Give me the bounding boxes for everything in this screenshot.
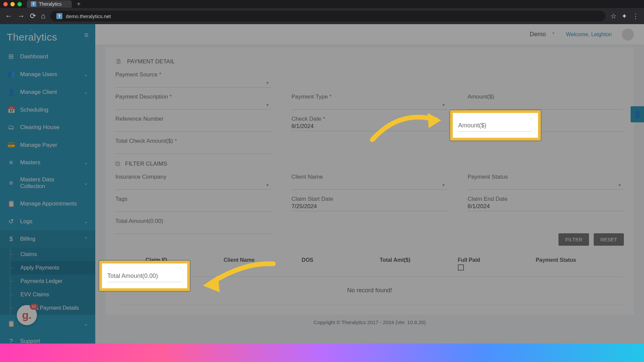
maximize-window-icon[interactable]: [17, 2, 22, 6]
sidebar-item[interactable]: ≡Masters⌄: [0, 154, 95, 171]
sidebar-item[interactable]: 📋Manage Appointments: [0, 195, 95, 213]
browser-tab-strip: T Theralytics +: [0, 0, 644, 8]
reset-button[interactable]: RESET: [594, 233, 624, 246]
chevron-down-icon: ▼: [266, 103, 269, 107]
client-name-field[interactable]: Client Name ▼: [291, 174, 447, 190]
sidebar-icon: ⊞: [7, 53, 15, 60]
app-root: ⌢ Theralytics ≡ ⊞Dashboard👥Manage Users⌄…: [0, 24, 644, 362]
amount-field[interactable]: Amount($): [468, 94, 624, 110]
sidebar-icon: 📅: [7, 106, 15, 114]
full-paid-checkbox[interactable]: [458, 264, 464, 270]
sidebar-item-label: Scheduling: [20, 107, 88, 113]
chevron-down-icon: ▼: [266, 81, 269, 85]
sidebar-item-label: Masters Data Collection: [20, 176, 78, 190]
chevron-down-icon: ▼: [442, 103, 445, 107]
th-dos: DOS: [302, 257, 380, 272]
sidebar-icon: 🗂: [7, 124, 15, 131]
floating-help-widget[interactable]: g. 65: [17, 305, 37, 325]
sidebar-item-label: Billing: [20, 236, 78, 242]
filter-icon: ⧉: [115, 160, 120, 168]
sidebar-icon: 📋: [7, 200, 15, 207]
bottom-gradient-bar: [0, 344, 644, 362]
insurance-company-field[interactable]: Insurance Company ▼: [115, 174, 271, 190]
minimize-window-icon[interactable]: [10, 2, 15, 6]
filter-button[interactable]: FILTER: [558, 233, 589, 246]
payment-type-field[interactable]: Payment Type * ▼: [291, 94, 447, 110]
sidebar-sub-item[interactable]: Payments Ledger: [10, 275, 95, 288]
notification-badge: 65: [30, 304, 38, 310]
address-bar[interactable]: T demo.theralytics.net: [50, 11, 605, 21]
sidebar-sub-item[interactable]: EVV Claims: [10, 288, 95, 301]
chevron-down-icon: ▼: [442, 183, 445, 187]
site-favicon-icon: T: [56, 13, 62, 19]
sidebar-item-label: Clearing House: [20, 124, 88, 131]
topbar: Demo Welcome, Leighton: [95, 24, 644, 45]
tags-field[interactable]: Tags: [115, 196, 271, 212]
back-button[interactable]: ←: [5, 12, 12, 20]
org-selector[interactable]: Demo: [530, 31, 556, 38]
total-amount-field[interactable]: Total Amount(0.00): [115, 218, 271, 234]
claim-end-date-field[interactable]: Claim End Date 8/1/2024: [468, 196, 624, 212]
logo: ⌢ Theralytics: [7, 27, 57, 43]
sidebar-icon: ≡: [7, 159, 15, 166]
sidebar-item[interactable]: $Billing⌃: [0, 230, 95, 248]
content: 🗎 PAYMENT DETAIL Payment Source * ▼ Paym…: [95, 45, 644, 362]
payment-status-field[interactable]: Payment Status ▼: [468, 174, 624, 190]
chevron-down-icon: ▼: [618, 183, 622, 187]
new-tab-button[interactable]: +: [77, 0, 81, 8]
sidebar-icon: $: [7, 235, 15, 243]
chevron-down-icon: ⌄: [84, 72, 88, 77]
chevron-down-icon: ⌄: [84, 219, 88, 224]
sidebar-sub-item[interactable]: Apply Payments: [10, 261, 95, 275]
browser-chrome: T Theralytics + ← → ⟳ ⌂ T demo.theralyti…: [0, 0, 644, 24]
tab-title: Theralytics: [39, 1, 62, 7]
sidebar-sub-item[interactable]: Claims: [10, 248, 95, 261]
sidebar-item[interactable]: 👤Manage Client⌄: [0, 83, 95, 101]
home-button[interactable]: ⌂: [41, 12, 45, 20]
footer-text: Copyright © Theralytics 2017 - 2024 (Ver…: [105, 314, 634, 330]
chevron-down-icon: ⌄: [84, 160, 88, 165]
g-icon: g.: [22, 309, 32, 321]
chevron-down-icon: ⌄: [84, 89, 88, 95]
sidebar-item[interactable]: 💳Manage Payer: [0, 136, 95, 154]
payment-source-field[interactable]: Payment Source * ▼: [115, 71, 271, 87]
sidebar-item-label: Manage Client: [20, 89, 78, 96]
sidebar-item-label: Manage Appointments: [20, 200, 88, 207]
check-date-field[interactable]: Check Date * 8/1/2024: [291, 116, 447, 132]
th-client-name: Client Name: [224, 257, 302, 272]
sidebar-item[interactable]: ⊞Dashboard: [0, 48, 95, 65]
sidebar-item[interactable]: ↺Logs⌄: [0, 213, 95, 230]
reload-button[interactable]: ⟳: [30, 12, 36, 20]
reference-number-field[interactable]: Reference Number: [115, 116, 271, 132]
sidebar-icon: ↺: [7, 218, 15, 225]
sidebar-icon: ≡: [7, 179, 15, 187]
total-check-amount-field[interactable]: Total Check Amount($) *: [115, 138, 271, 154]
payment-description-field[interactable]: Payment Description * ▼: [115, 94, 271, 110]
claim-start-date-field[interactable]: Claim Start Date 7/25/2024: [291, 196, 447, 212]
sidebar-item[interactable]: 📅Scheduling: [0, 101, 95, 119]
sidebar-item[interactable]: ≡Masters Data Collection⌄: [0, 171, 95, 195]
menu-icon[interactable]: ⋮: [632, 12, 639, 20]
forward-button[interactable]: →: [17, 12, 25, 20]
user-plus-icon: 👤: [633, 110, 642, 118]
th-total-amt: Total Amt($): [380, 257, 458, 272]
highlight-amount-callout: Amount($): [450, 110, 541, 140]
welcome-text: Welcome, Leighton: [566, 32, 612, 38]
sidebar-item[interactable]: 📋⌄: [0, 315, 95, 333]
floating-user-widget[interactable]: 👤: [631, 106, 644, 122]
sidebar-item[interactable]: 🗂Clearing House: [0, 119, 95, 136]
browser-toolbar: ← → ⟳ ⌂ T demo.theralytics.net ☆ ✦ ⋮: [0, 8, 644, 24]
sidebar-item[interactable]: 👥Manage Users⌄: [0, 65, 95, 83]
sidebar-item-label: Dashboard: [20, 53, 88, 60]
document-icon: 🗎: [115, 58, 122, 65]
window-controls[interactable]: [3, 2, 22, 6]
avatar[interactable]: [622, 28, 634, 41]
bookmark-icon[interactable]: ☆: [610, 12, 616, 20]
collapse-sidebar-icon[interactable]: ≡: [84, 31, 89, 40]
chevron-up-icon: ⌃: [84, 236, 88, 242]
extensions-icon[interactable]: ✦: [622, 12, 627, 20]
chevron-down-icon: ⌄: [84, 321, 88, 326]
browser-tab[interactable]: T Theralytics: [27, 0, 72, 8]
sidebar-item-label: Logs: [20, 218, 78, 225]
close-window-icon[interactable]: [3, 2, 8, 6]
